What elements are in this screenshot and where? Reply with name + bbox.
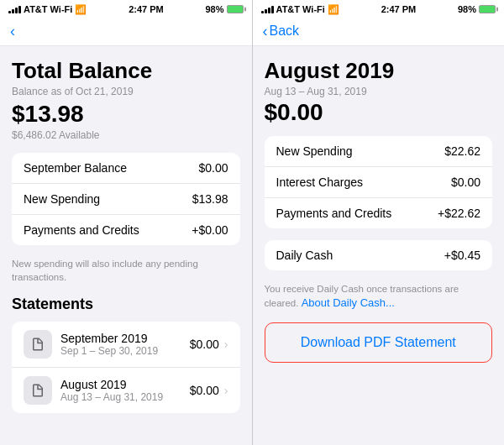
right-row-0: New Spending $22.62 <box>265 136 493 167</box>
download-pdf-container: Download PDF Statement <box>265 322 493 363</box>
right-note-link[interactable]: About Daily Cash... <box>302 296 395 309</box>
left-back-button[interactable]: ‹ <box>10 24 242 39</box>
left-content: Total Balance Balance as of Oct 21, 2019… <box>0 46 252 445</box>
right-battery-icon <box>479 5 496 13</box>
right-panel: AT&T Wi-Fi 📶 2:47 PM 98% ‹ Back August 2… <box>253 0 505 445</box>
right-date-range: Aug 13 – Aug 31, 2019 <box>265 86 493 97</box>
left-row-0: September Balance $0.00 <box>12 153 240 184</box>
left-row-1-value: $13.98 <box>192 192 228 206</box>
left-statements-card: September 2019 Sep 1 – Sep 30, 2019 $0.0… <box>12 322 240 413</box>
right-back-chevron-icon: ‹ <box>263 24 268 39</box>
right-status-left: AT&T Wi-Fi 📶 <box>261 4 339 15</box>
right-time: 2:47 PM <box>381 4 417 14</box>
right-back-button[interactable]: ‹ Back <box>263 24 495 39</box>
right-row-1-label: Interest Charges <box>276 175 364 189</box>
right-nav: ‹ Back <box>253 18 505 46</box>
right-row-2-value: +$22.62 <box>438 207 480 220</box>
left-balance-amount: $13.98 <box>12 101 240 128</box>
right-content: August 2019 Aug 13 – Aug 31, 2019 $0.00 … <box>253 46 505 445</box>
left-note: New spending will also include any pendi… <box>12 257 240 284</box>
statement-item-0[interactable]: September 2019 Sep 1 – Sep 30, 2019 $0.0… <box>12 322 240 368</box>
left-row-0-value: $0.00 <box>198 161 228 175</box>
statement-date-1: Aug 13 – Aug 31, 2019 <box>60 391 190 403</box>
left-back-chevron-icon: ‹ <box>10 24 15 39</box>
right-row-0-label: New Spending <box>276 144 353 158</box>
statement-name-0: September 2019 <box>60 332 190 345</box>
statement-amount-1: $0.00 <box>190 384 219 397</box>
right-row-1-value: $0.00 <box>451 175 480 189</box>
left-row-1-label: New Spending <box>24 192 100 206</box>
doc-svg-0 <box>30 337 45 352</box>
statement-info-1: August 2019 Aug 13 – Aug 31, 2019 <box>60 378 190 403</box>
right-status-bar: AT&T Wi-Fi 📶 2:47 PM 98% <box>253 0 505 18</box>
wifi-icon: 📶 <box>75 4 87 15</box>
left-panel: AT&T Wi-Fi 📶 2:47 PM 98% ‹ Total Balance… <box>0 0 252 445</box>
statement-date-0: Sep 1 – Sep 30, 2019 <box>60 345 190 357</box>
download-pdf-label: Download PDF Statement <box>301 335 456 349</box>
left-status-right: 98% <box>205 4 243 14</box>
left-row-2-label: Payments and Credits <box>24 223 139 237</box>
statement-doc-icon-1 <box>24 376 52 405</box>
right-summary-card: New Spending $22.62 Interest Charges $0.… <box>265 136 493 228</box>
left-row-0-label: September Balance <box>24 161 127 175</box>
left-battery-pct: 98% <box>205 4 223 14</box>
left-nav: ‹ <box>0 18 252 46</box>
right-daily-cash-value: +$0.45 <box>444 249 480 262</box>
left-row-1: New Spending $13.98 <box>12 184 240 215</box>
left-summary-card: September Balance $0.00 New Spending $13… <box>12 153 240 245</box>
right-daily-cash-label: Daily Cash <box>276 249 333 262</box>
right-carrier: AT&T Wi-Fi <box>276 4 325 14</box>
right-signal-icon <box>261 5 274 13</box>
right-back-label: Back <box>270 24 300 39</box>
left-page-title: Total Balance <box>12 58 240 84</box>
left-status-left: AT&T Wi-Fi 📶 <box>8 4 87 15</box>
battery-icon <box>227 5 244 13</box>
signal-icon <box>8 5 21 13</box>
left-available-text: $6,486.02 Available <box>12 129 240 141</box>
download-pdf-button[interactable]: Download PDF Statement <box>265 323 492 362</box>
right-daily-cash-row: Daily Cash +$0.45 <box>265 240 493 270</box>
doc-svg-1 <box>30 383 45 398</box>
statement-amount-0: $0.00 <box>190 338 219 351</box>
right-row-2-label: Payments and Credits <box>276 207 392 220</box>
right-daily-cash-card: Daily Cash +$0.45 <box>265 240 493 270</box>
left-statements-title: Statements <box>12 296 240 313</box>
right-balance-amount: $0.00 <box>265 99 493 126</box>
left-balance-subtitle: Balance as of Oct 21, 2019 <box>12 86 240 97</box>
left-time: 2:47 PM <box>129 4 164 14</box>
chevron-right-icon-0: › <box>224 338 228 351</box>
left-row-2-value: +$0.00 <box>192 223 228 237</box>
right-note: You receive Daily Cash once transactions… <box>265 282 493 311</box>
left-row-2: Payments and Credits +$0.00 <box>12 215 240 245</box>
right-page-title: August 2019 <box>265 58 493 84</box>
chevron-right-icon-1: › <box>224 384 228 397</box>
statement-doc-icon-0 <box>24 330 52 359</box>
right-status-right: 98% <box>458 4 496 14</box>
right-row-0-value: $22.62 <box>444 144 480 158</box>
statement-item-1[interactable]: August 2019 Aug 13 – Aug 31, 2019 $0.00 … <box>12 368 240 413</box>
right-battery-pct: 98% <box>458 4 476 14</box>
right-row-1: Interest Charges $0.00 <box>265 167 493 198</box>
left-carrier: AT&T Wi-Fi <box>24 4 72 14</box>
left-status-bar: AT&T Wi-Fi 📶 2:47 PM 98% <box>0 0 252 18</box>
statement-info-0: September 2019 Sep 1 – Sep 30, 2019 <box>60 332 190 357</box>
right-wifi-icon: 📶 <box>328 4 339 15</box>
right-row-2: Payments and Credits +$22.62 <box>265 198 493 228</box>
statement-name-1: August 2019 <box>60 378 190 391</box>
